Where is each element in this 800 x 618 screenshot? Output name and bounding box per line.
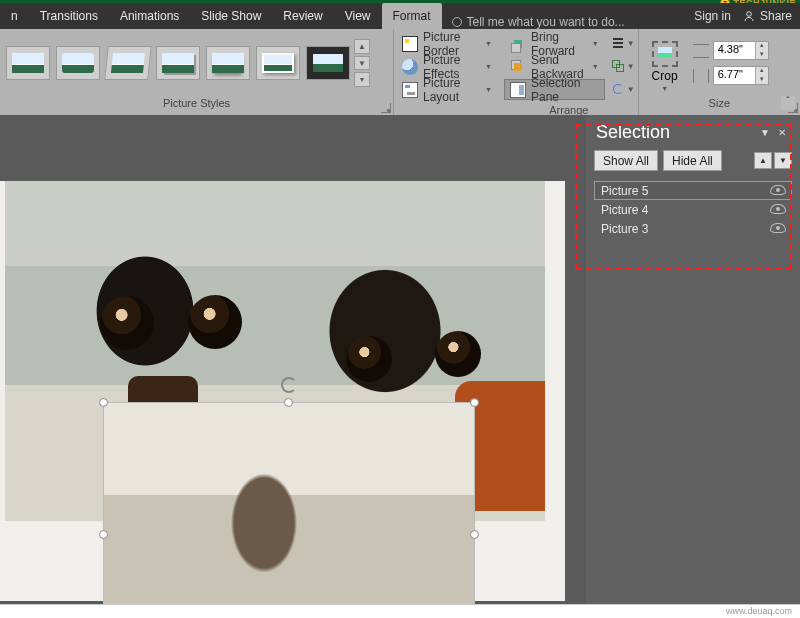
- slide-canvas-area[interactable]: Selection ▼ ✕ Show All Hide All ▲ ▼ Pict…: [0, 115, 800, 604]
- svg-point-0: [747, 12, 752, 17]
- chevron-down-icon: ▼: [589, 63, 599, 70]
- dog-eye: [188, 295, 242, 349]
- selection-pane-button[interactable]: Selection Pane: [504, 79, 605, 100]
- dog-eye: [435, 331, 481, 377]
- visibility-icon[interactable]: [770, 204, 786, 214]
- spinner-up[interactable]: ▲: [755, 67, 768, 76]
- selection-pane-title: Selection: [596, 122, 670, 143]
- collapse-ribbon-button[interactable]: ˆ: [781, 96, 795, 110]
- tab-view[interactable]: View: [334, 3, 382, 29]
- reorder-down-button[interactable]: ▼: [774, 152, 792, 169]
- slide[interactable]: [0, 181, 565, 601]
- footer: www.deuaq.com: [0, 604, 800, 618]
- rotate-button[interactable]: ▼: [612, 79, 634, 100]
- selection-item[interactable]: Picture 3: [594, 219, 792, 238]
- style-thumb[interactable]: [56, 46, 100, 80]
- selection-item-label: Picture 3: [601, 222, 648, 236]
- selection-item-label: Picture 5: [601, 184, 648, 198]
- close-icon[interactable]: ✕: [778, 127, 790, 138]
- tell-me-search[interactable]: Tell me what you want to do...: [442, 15, 625, 29]
- show-all-button[interactable]: Show All: [594, 150, 658, 171]
- chevron-down-icon: ▼: [482, 63, 492, 70]
- ribbon-tabbar: n Transitions Animations Slide Show Revi…: [0, 3, 800, 29]
- dialog-launcher-icon[interactable]: [381, 103, 391, 113]
- align-icon: [611, 36, 627, 52]
- bring-forward-icon: [510, 36, 526, 52]
- height-icon: [693, 44, 709, 58]
- align-button[interactable]: ▼: [612, 33, 634, 54]
- crop-label: Crop: [652, 69, 678, 83]
- tab-review[interactable]: Review: [272, 3, 333, 29]
- picture-border-button[interactable]: Picture Border▼: [396, 33, 498, 54]
- effects-icon: [402, 59, 418, 75]
- style-thumb[interactable]: [6, 46, 50, 80]
- tab-format[interactable]: Format: [382, 3, 442, 29]
- style-thumb[interactable]: [206, 46, 250, 80]
- send-backward-icon: [510, 59, 526, 75]
- share-label: Share: [760, 9, 792, 23]
- visibility-icon[interactable]: [770, 223, 786, 233]
- picture-effects-button[interactable]: Picture Effects▼: [396, 56, 498, 77]
- spinner-down[interactable]: ▼: [755, 76, 768, 85]
- dog-eye: [346, 336, 392, 382]
- bring-forward-button[interactable]: Bring Forward▼: [504, 33, 605, 54]
- height-field[interactable]: 4.38" ▲▼: [713, 41, 769, 60]
- style-thumb[interactable]: [156, 46, 200, 80]
- selection-pane: Selection ▼ ✕ Show All Hide All ▲ ▼ Pict…: [586, 115, 800, 604]
- visibility-icon[interactable]: [770, 185, 786, 195]
- height-value: 4.38": [714, 42, 755, 59]
- group-objects-button[interactable]: ▼: [612, 56, 634, 77]
- resize-handle[interactable]: [99, 398, 108, 407]
- width-field[interactable]: 6.77" ▲▼: [713, 66, 769, 85]
- chevron-down-icon: ▼: [661, 85, 668, 92]
- tab-transitions[interactable]: Transitions: [29, 3, 109, 29]
- spinner-down[interactable]: ▼: [755, 51, 768, 60]
- group-picture-tools: Picture Border▼ Picture Effects▼ Picture…: [394, 29, 500, 115]
- crop-icon: [652, 41, 678, 67]
- group-picture-styles: ▲ ▼ ▾ Picture Styles: [0, 29, 394, 115]
- picture-selected[interactable]: [104, 403, 474, 618]
- chevron-down-icon: ▼: [589, 40, 599, 47]
- gallery-up[interactable]: ▲: [354, 39, 370, 54]
- footer-text: www.deuaq.com: [726, 606, 792, 616]
- signin-link[interactable]: Sign in: [694, 9, 731, 23]
- style-thumb[interactable]: [104, 46, 152, 80]
- tab-animations[interactable]: Animations: [109, 3, 190, 29]
- width-icon: [693, 69, 709, 83]
- task-pane-options-icon[interactable]: ▼: [760, 127, 772, 138]
- group-size: Crop ▼ 4.38" ▲▼ 6.77": [639, 29, 800, 115]
- tell-me-placeholder: Tell me what you want to do...: [467, 15, 625, 29]
- layout-icon: [402, 82, 418, 98]
- crop-button[interactable]: Crop ▼: [645, 35, 685, 92]
- share-button[interactable]: Share: [743, 9, 792, 23]
- gallery-down[interactable]: ▼: [354, 56, 370, 71]
- style-thumb[interactable]: [256, 46, 300, 80]
- resize-handle[interactable]: [470, 398, 479, 407]
- reorder-up-button[interactable]: ▲: [754, 152, 772, 169]
- dog-eye: [100, 296, 154, 350]
- style-gallery: [6, 46, 350, 80]
- group-label: Picture Styles: [0, 97, 393, 115]
- tab-partial[interactable]: n: [0, 3, 29, 29]
- selection-item[interactable]: Picture 5: [594, 181, 792, 200]
- rotate-handle[interactable]: [281, 377, 297, 393]
- spinner-up[interactable]: ▲: [755, 42, 768, 51]
- chevron-down-icon: ▼: [482, 86, 492, 93]
- hide-all-button[interactable]: Hide All: [663, 150, 722, 171]
- share-icon: [743, 10, 755, 22]
- resize-handle[interactable]: [99, 530, 108, 539]
- style-thumb[interactable]: [306, 46, 350, 80]
- width-value: 6.77": [714, 67, 755, 84]
- selection-item-label: Picture 4: [601, 203, 648, 217]
- gallery-more[interactable]: ▾: [354, 72, 370, 87]
- resize-handle[interactable]: [470, 530, 479, 539]
- selection-item[interactable]: Picture 4: [594, 200, 792, 219]
- gallery-nav: ▲ ▼ ▾: [354, 38, 370, 88]
- ribbon: ▲ ▼ ▾ Picture Styles Picture Border▼ Pic…: [0, 29, 800, 115]
- picture-layout-button[interactable]: Picture Layout▼: [396, 79, 498, 100]
- resize-handle[interactable]: [284, 398, 293, 407]
- send-backward-button[interactable]: Send Backward▼: [504, 56, 605, 77]
- tab-slideshow[interactable]: Slide Show: [190, 3, 272, 29]
- group-label: Size: [639, 97, 800, 115]
- selection-items-list: Picture 5 Picture 4 Picture 3: [586, 179, 800, 240]
